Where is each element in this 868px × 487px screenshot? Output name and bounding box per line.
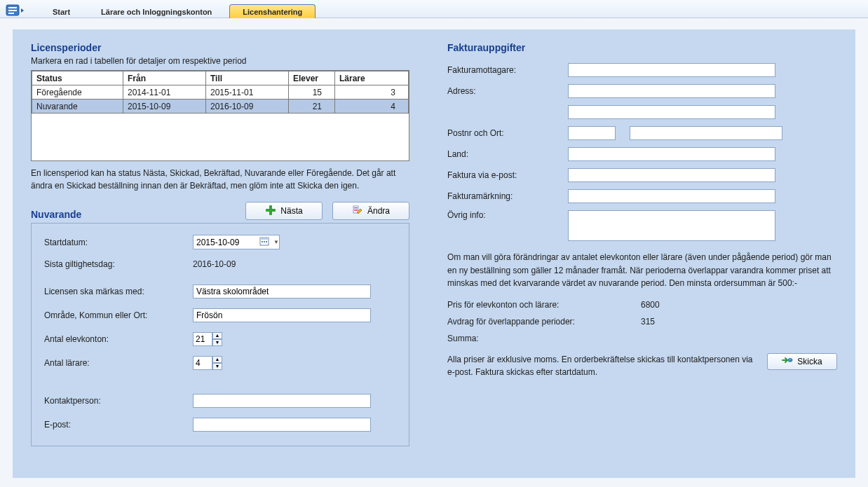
pupils-step-down[interactable]: ▼ [212,339,222,346]
area-label: Område, Kommun eller Ort: [44,310,184,320]
info-label: Övrig info: [447,210,560,220]
city-field[interactable] [630,126,782,140]
mark-label: Licensen ska märkas med: [44,287,184,296]
col-to[interactable]: Till [206,71,289,85]
app-menu-icon[interactable] [4,4,27,18]
pupils-stepper[interactable]: ▲ ▼ [193,332,222,346]
cell-to: 2016-10-09 [206,100,289,114]
svg-rect-12 [262,241,263,242]
current-groupbox: Startdatum: ▼ Sista giltighetsdag: 2016-… [31,223,409,446]
end-label: Sista giltighetsdag: [44,259,184,269]
contact-label: Kontaktperson: [44,396,184,406]
edit-button[interactable]: Ändra [332,202,409,220]
edit-icon [352,205,363,218]
top-tabbar: Start Lärare och Inloggningskonton Licen… [0,0,868,18]
price-label: Pris för elevkonton och lärare: [447,300,632,310]
svg-rect-11 [260,238,269,240]
send-button-label: Skicka [797,357,822,366]
sum-label: Summa: [447,334,632,343]
svg-rect-14 [266,241,267,242]
address-label: Adress: [447,86,560,96]
col-teachers[interactable]: Lärare [335,71,409,85]
tab-teachers[interactable]: Lärare och Inloggningskonton [88,4,225,18]
invoice-email-label: Faktura via e-post: [447,170,560,180]
col-pupils[interactable]: Elever [289,71,335,85]
email-label: E-post: [44,420,184,430]
price-value: 6800 [641,300,660,310]
country-label: Land: [447,149,560,159]
svg-rect-8 [354,209,358,210]
next-button[interactable]: Nästa [245,202,323,220]
pupils-label: Antal elevkonton: [44,334,184,344]
start-date-field[interactable] [196,238,255,247]
tab-license[interactable]: Licenshantering [229,4,316,18]
teachers-stepper[interactable]: ▲ ▼ [193,356,222,370]
right-column: Fakturauppgifter Fakturamottagare: Adres… [447,39,837,378]
svg-rect-1 [8,7,17,8]
teachers-step-up[interactable]: ▲ [212,356,222,363]
table-row[interactable]: Nuvarande2015-10-092016-10-09214 [32,100,409,114]
post-label: Postnr och Ort: [447,128,560,138]
postcode-field[interactable] [568,126,616,140]
cell-teachers: 3 [335,85,409,100]
mark-field[interactable] [193,284,371,299]
cell-from: 2015-10-09 [123,100,206,114]
left-column: Licensperioder Markera en rad i tabellen… [31,39,409,446]
svg-rect-9 [354,210,358,211]
marking-label: Fakturamärkning: [447,191,560,201]
edit-button-label: Ändra [367,206,390,216]
periods-table-wrap: Status Från Till Elever Lärare Föregåend… [31,70,409,161]
order-note: Om man vill göra förändringar av antalet… [447,251,837,290]
address2-field[interactable] [568,105,775,119]
svg-rect-2 [8,10,17,11]
cell-from: 2014-11-01 [123,85,206,100]
periods-table[interactable]: Status Från Till Elever Lärare Föregåend… [32,71,409,114]
recipient-field[interactable] [568,63,775,77]
svg-rect-13 [264,241,265,242]
svg-point-16 [788,359,792,360]
cell-pupils: 15 [289,85,335,100]
col-status[interactable]: Status [32,71,123,85]
svg-rect-7 [354,207,358,208]
country-field[interactable] [568,147,775,161]
dropdown-icon[interactable]: ▼ [273,239,279,245]
invoice-form: Fakturamottagare: Adress: Postnr och Ort… [447,63,837,241]
periods-subtext: Markera en rad i tabellen för detaljer o… [31,56,409,66]
deduct-value: 315 [641,317,655,327]
tab-start[interactable]: Start [39,4,83,18]
next-button-label: Nästa [280,206,302,216]
cell-teachers: 4 [335,100,409,114]
start-label: Startdatum: [44,238,184,247]
svg-rect-5 [266,209,276,212]
calendar-icon[interactable] [259,236,269,248]
cell-to: 2015-11-01 [206,85,289,100]
send-icon [782,355,793,367]
cell-status: Föregående [32,85,123,100]
pupils-field[interactable] [193,332,212,346]
email-field[interactable] [193,418,371,432]
current-heading: Nuvarande [31,209,81,220]
end-value: 2016-10-09 [193,259,236,269]
pricing-block: Pris för elevkonton och lärare: 6800 Avd… [447,300,837,343]
table-row[interactable]: Föregående2014-11-012015-11-01153 [32,85,409,100]
address1-field[interactable] [568,84,775,98]
main-panel: Licensperioder Markera en rad i tabellen… [13,29,855,478]
area-field[interactable] [193,308,371,322]
teachers-label: Antal lärare: [44,358,184,368]
send-button[interactable]: Skicka [767,353,837,370]
cell-status: Nuvarande [32,100,123,114]
contact-field[interactable] [193,394,371,408]
svg-rect-3 [8,13,14,14]
start-date-picker[interactable]: ▼ [193,235,280,249]
periods-note: En licensperiod kan ha status Nästa, Ski… [31,167,409,192]
invoice-email-field[interactable] [568,168,775,182]
pupils-step-up[interactable]: ▲ [212,332,222,339]
info-field[interactable] [568,210,775,241]
plus-icon [265,205,276,218]
deduct-label: Avdrag för överlappande perioder: [447,317,632,327]
teachers-step-down[interactable]: ▼ [212,363,222,370]
invoice-heading: Fakturauppgifter [447,42,837,53]
teachers-field[interactable] [193,356,212,370]
col-from[interactable]: Från [123,71,206,85]
marking-field[interactable] [568,189,775,203]
